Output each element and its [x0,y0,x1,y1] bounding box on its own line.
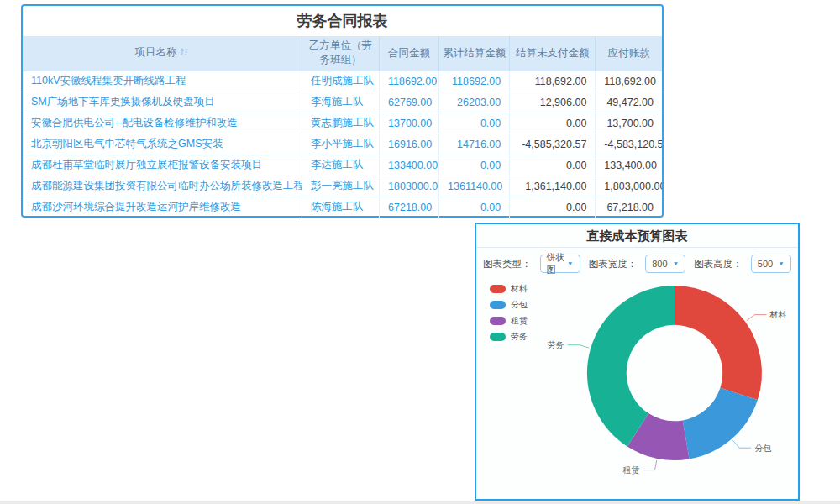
table-header-row: 项目名称 乙方单位（劳务班组） 合同金额 累计结算金额 结算未支付金额 应付账款 [23,36,662,71]
team-cell: 陈海施工队 [302,197,379,218]
contract-amount-cell: 1803000.00 [380,176,439,197]
legend-item-labor[interactable]: 劳务 [490,331,528,343]
column-header-payable: 应付账款 [596,36,662,71]
horizontal-scrollbar-track[interactable] [0,501,840,504]
project-link[interactable]: 成都能源建设集团投资有限公司临时办公场所装修改造工程EPC [23,176,302,197]
team-cell: 任明成施工队 [302,71,379,92]
contract-amount-cell: 62769.00 [380,92,439,113]
settled-amount-cell: 26203.00 [439,92,510,113]
settled-amount-cell: 1361140.00 [439,176,510,197]
settled-amount-cell: 14716.00 [439,134,510,155]
payable-cell: 118,692.00 [596,71,662,92]
slice-label-材料: 材料 [769,310,787,319]
unpaid-amount-cell: 118,692.00 [510,71,596,92]
label-leader-line [568,345,590,348]
report-title: 劳务合同报表 [23,6,662,36]
legend-item-subcontract[interactable]: 分包 [490,299,528,311]
unpaid-amount-cell: 0.00 [510,197,596,218]
contract-amount-cell: 67218.00 [380,197,439,218]
table-row: 北京朝阳区电气中芯特气系统之GMS安装 李小平施工队 16916.00 1471… [23,134,662,155]
pie-slice-材料[interactable] [675,286,762,400]
slice-label-分包: 分包 [754,444,771,453]
contract-amount-cell: 13700.00 [380,113,439,134]
slice-label-租赁: 租赁 [622,465,639,475]
legend-item-rental[interactable]: 租赁 [490,315,528,327]
settled-amount-cell: 0.00 [439,197,510,218]
column-header-project[interactable]: 项目名称 [23,36,302,71]
team-cell: 彭一亮施工队 [302,176,379,197]
project-link[interactable]: SM广场地下车库更换摄像机及硬盘项目 [23,92,302,113]
settled-amount-cell: 118692.00 [439,71,510,92]
unpaid-amount-cell: 1,361,140.00 [510,176,596,197]
payable-cell: 67,218.00 [596,197,662,218]
payable-cell: 13,700.00 [596,113,662,134]
table-row: 成都杜甫草堂临时展厅独立展柜报警设备安装项目 李达施工队 133400.00 0… [23,155,662,176]
payable-cell: 49,472.00 [596,92,662,113]
unpaid-amount-cell: 0.00 [510,155,596,176]
legend-swatch [490,285,506,293]
project-link[interactable]: 北京朝阳区电气中芯特气系统之GMS安装 [23,134,302,155]
unpaid-amount-cell: 0.00 [510,113,596,134]
team-cell: 李达施工队 [302,155,379,176]
settled-amount-cell: 0.00 [439,155,510,176]
legend-swatch [490,301,506,309]
donut-chart: 材料分包租赁劳务 [476,224,798,476]
legend-item-materials[interactable]: 材料 [490,283,528,295]
payable-cell: 133,400.00 [596,155,662,176]
project-link[interactable]: 安徽合肥供电公司--配电设备检修维护和改造 [23,113,302,134]
unpaid-amount-cell: 12,906.00 [510,92,596,113]
legend-swatch [490,333,506,341]
column-header-unpaid-amount: 结算未支付金额 [510,36,596,71]
table-row: 安徽合肥供电公司--配电设备检修维护和改造 黄志鹏施工队 13700.00 0.… [23,113,662,134]
table-row: 成都能源建设集团投资有限公司临时办公场所装修改造工程EPC 彭一亮施工队 180… [23,176,662,197]
unpaid-amount-cell: -4,585,320.57 [510,134,596,155]
team-cell: 黄志鹏施工队 [302,113,379,134]
label-leader-line [643,460,656,470]
project-link[interactable]: 成都沙河环境综合提升改造运河护岸维修改造 [23,197,302,218]
contract-amount-cell: 16916.00 [380,134,439,155]
settled-amount-cell: 0.00 [439,113,510,134]
table-row: SM广场地下车库更换摄像机及硬盘项目 李海施工队 62769.00 26203.… [23,92,662,113]
payable-cell: 1,803,000.00 [596,176,662,197]
labor-contract-report-panel: 劳务合同报表 项目名称 乙方单位（劳务班组） 合同金额 累计结算金额 结算未支付… [21,4,664,218]
team-cell: 李小平施工队 [302,134,379,155]
column-header-settled-amount: 累计结算金额 [439,36,510,71]
chart-legend: 材料 分包 租赁 劳务 [490,283,528,343]
legend-swatch [490,317,506,325]
contract-amount-cell: 133400.00 [380,155,439,176]
project-link[interactable]: 110kV安徽线程集变开断线路工程 [23,71,302,92]
table-row: 成都沙河环境综合提升改造运河护岸维修改造 陈海施工队 67218.00 0.00… [23,197,662,218]
project-link[interactable]: 成都杜甫草堂临时展厅独立展柜报警设备安装项目 [23,155,302,176]
slice-label-劳务: 劳务 [548,340,564,349]
labor-contract-table: 项目名称 乙方单位（劳务班组） 合同金额 累计结算金额 结算未支付金额 应付账款… [23,36,662,218]
label-leader-line [732,440,751,448]
table-row: 110kV安徽线程集变开断线路工程 任明成施工队 118692.00 11869… [23,71,662,92]
payable-cell: -4,583,120.57 [596,134,662,155]
column-header-team: 乙方单位（劳务班组） [302,36,379,71]
contract-amount-cell: 118692.00 [380,71,439,92]
team-cell: 李海施工队 [302,92,379,113]
column-header-contract-amount: 合同金额 [380,36,439,71]
label-leader-line [747,315,767,321]
sort-ascending-icon[interactable] [180,46,189,60]
pie-slice-分包[interactable] [683,388,758,459]
direct-cost-budget-chart-panel: 直接成本预算图表 图表类型： 饼状图 ▼ 图表宽度： 800 ▼ 图表高度： 5… [475,223,800,501]
